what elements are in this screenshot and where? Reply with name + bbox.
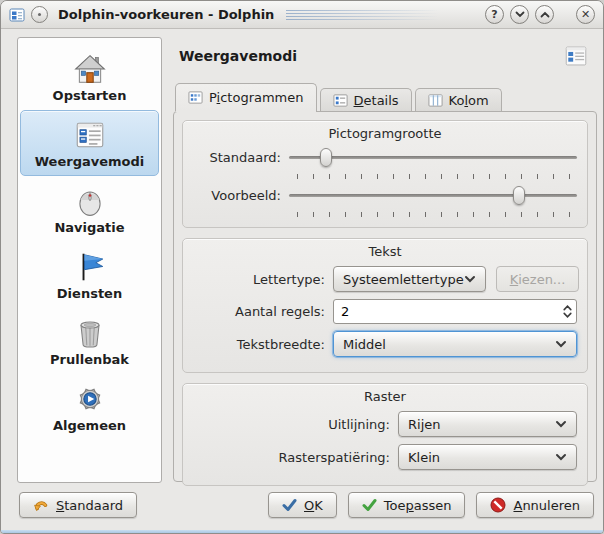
font-select-value: Systeemlettertype bbox=[343, 272, 464, 287]
view-modes-icon bbox=[73, 118, 107, 152]
slider-tickmarks bbox=[297, 212, 573, 217]
chevron-down-icon bbox=[464, 275, 476, 283]
text-width-label: Tekstbreedte: bbox=[193, 337, 333, 352]
window-title: Dolphin-voorkeuren - Dolphin bbox=[58, 7, 274, 22]
undo-arrow-icon bbox=[33, 497, 49, 513]
chevron-down-icon bbox=[555, 453, 567, 461]
grid-spacing-select-value: Klein bbox=[408, 450, 555, 465]
slider-tickmarks bbox=[297, 174, 573, 179]
flag-icon bbox=[73, 250, 107, 284]
sidebar-item-label: Diensten bbox=[57, 286, 122, 301]
font-label: Lettertype: bbox=[193, 272, 333, 287]
group-title: Pictogramgrootte bbox=[193, 126, 577, 141]
tab-details[interactable]: Details bbox=[320, 88, 412, 111]
default-size-label: Standaard: bbox=[193, 150, 289, 165]
choose-font-button: Kiezen... bbox=[496, 266, 580, 292]
close-button[interactable]: ✕ bbox=[576, 5, 595, 24]
red-no-sign-icon bbox=[490, 497, 506, 513]
ok-button[interactable]: OK bbox=[268, 492, 337, 518]
page-title: Weergavemodi bbox=[179, 48, 297, 64]
group-title: Raster bbox=[193, 389, 577, 404]
trash-icon bbox=[73, 316, 107, 350]
preview-size-slider[interactable] bbox=[289, 186, 577, 205]
slider-handle[interactable] bbox=[513, 186, 525, 205]
font-select[interactable]: Systeemlettertype bbox=[333, 266, 486, 292]
help-button[interactable]: ? bbox=[485, 5, 504, 24]
blue-checkmark-icon bbox=[282, 498, 297, 512]
sidebar-item-label: Opstarten bbox=[53, 88, 127, 103]
gear-icon bbox=[73, 382, 107, 416]
icon-size-group: Pictogramgrootte Standaard: Voorbeeld: bbox=[182, 120, 588, 228]
sidebar-item-label: Prullenbak bbox=[50, 352, 129, 367]
text-width-select-value: Middel bbox=[343, 337, 555, 352]
sidebar-item-label: Weergavemodi bbox=[35, 154, 145, 169]
shade-button[interactable] bbox=[510, 5, 529, 24]
slider-track[interactable] bbox=[289, 194, 577, 197]
slider-track[interactable] bbox=[289, 156, 577, 159]
sidebar-item-algemeen[interactable]: Algemeen bbox=[20, 374, 159, 440]
group-title: Tekst bbox=[193, 244, 577, 259]
chevron-down-icon bbox=[515, 11, 525, 18]
tab-label: Kolom bbox=[449, 93, 489, 108]
defaults-button[interactable]: Standaard bbox=[19, 492, 137, 518]
tab-label: Pictogrammen bbox=[209, 90, 304, 105]
window-menu-button[interactable] bbox=[31, 6, 48, 23]
sidebar-item-opstarten[interactable]: Opstarten bbox=[20, 44, 159, 110]
chevron-down-icon bbox=[555, 420, 567, 428]
menu-dot-icon bbox=[38, 13, 41, 16]
chevron-up-icon bbox=[540, 11, 550, 18]
spin-up-icon[interactable] bbox=[563, 305, 572, 311]
alignment-select-value: Rijen bbox=[408, 417, 555, 432]
tab-kolom[interactable]: Kolom bbox=[415, 88, 502, 111]
icons-view-icon bbox=[188, 90, 203, 105]
apply-button[interactable]: Toepassen bbox=[348, 492, 466, 518]
alignment-select[interactable]: Rijen bbox=[398, 411, 577, 437]
preferences-dialog: Dolphin-voorkeuren - Dolphin ? ✕ Opstart… bbox=[0, 0, 604, 534]
alignment-label: Uitlijning: bbox=[193, 417, 398, 432]
grid-spacing-label: Rasterspatiëring: bbox=[193, 450, 398, 465]
sidebar-item-prullenbak[interactable]: Prullenbak bbox=[20, 308, 159, 374]
close-icon: ✕ bbox=[581, 8, 590, 21]
text-width-select[interactable]: Middel bbox=[333, 331, 577, 357]
sidebar-item-diensten[interactable]: Diensten bbox=[20, 242, 159, 308]
icons-mode-panel: Pictogramgrootte Standaard: Voorbeeld: T bbox=[173, 111, 597, 482]
view-mode-tabbar: Pictogrammen Details Kolom bbox=[175, 84, 505, 111]
tab-pictogrammen[interactable]: Pictogrammen bbox=[175, 83, 317, 111]
spin-down-icon[interactable] bbox=[563, 312, 572, 318]
text-group: Tekst Lettertype: Systeemlettertype Kiez… bbox=[182, 238, 588, 373]
sidebar-item-weergavemodi[interactable]: Weergavemodi bbox=[20, 110, 159, 176]
titlebar-decoration bbox=[286, 8, 473, 21]
sidebar-item-navigatie[interactable]: Navigatie bbox=[20, 176, 159, 242]
column-view-icon bbox=[428, 93, 443, 108]
app-icon bbox=[9, 7, 25, 23]
tab-label: Details bbox=[354, 93, 399, 108]
category-sidebar: Opstarten Weergavemodi bbox=[17, 37, 162, 483]
grid-spacing-select[interactable]: Klein bbox=[398, 444, 577, 470]
maximize-button[interactable] bbox=[535, 5, 554, 24]
lines-spinbox-value: 2 bbox=[341, 304, 563, 319]
sidebar-item-label: Navigatie bbox=[54, 220, 124, 235]
lines-spinbox[interactable]: 2 bbox=[333, 299, 577, 324]
titlebar[interactable]: Dolphin-voorkeuren - Dolphin ? ✕ bbox=[1, 1, 603, 29]
home-icon bbox=[73, 52, 107, 86]
question-mark-icon: ? bbox=[491, 8, 497, 21]
slider-handle[interactable] bbox=[320, 148, 332, 167]
details-view-icon bbox=[333, 93, 348, 108]
grid-group: Raster Uitlijning: Rijen Rasterspatiërin… bbox=[182, 383, 588, 486]
lines-label: Aantal regels: bbox=[193, 304, 333, 319]
mouse-icon bbox=[73, 184, 107, 218]
preview-size-label: Voorbeeld: bbox=[193, 188, 289, 203]
cancel-button[interactable]: Annuleren bbox=[476, 492, 594, 518]
green-checkmark-icon bbox=[362, 498, 377, 512]
view-modes-icon bbox=[563, 43, 589, 69]
default-size-slider[interactable] bbox=[289, 148, 577, 167]
sidebar-item-label: Algemeen bbox=[53, 418, 126, 433]
chevron-down-icon bbox=[555, 340, 567, 348]
